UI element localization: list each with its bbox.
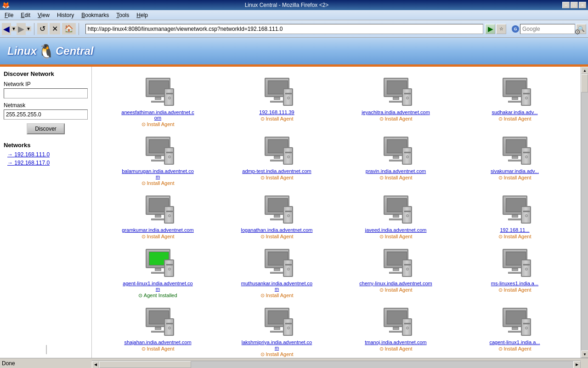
networks-section: Networks 192.168.111.0 192.168.117.0 <box>4 142 88 166</box>
node-name[interactable]: javeed.india.adventnet.com <box>365 227 427 233</box>
network-ip-input[interactable] <box>4 88 88 98</box>
scroll-thumb[interactable] <box>581 74 588 92</box>
node-name[interactable]: gramkumar.india.adventnet.com <box>122 227 194 233</box>
menu-file[interactable]: File <box>2 11 16 19</box>
search-input[interactable] <box>520 24 575 34</box>
h-scroll-thumb[interactable] <box>99 361 191 368</box>
maximize-button[interactable]: □ <box>571 2 578 8</box>
node-name[interactable]: admp-test.india.adventnet.com <box>242 168 311 174</box>
node-action[interactable]: Install Agent <box>379 346 413 352</box>
monitor-stand <box>393 268 399 271</box>
logo-text-linux: Linux <box>7 45 37 58</box>
monitor-base <box>389 272 403 274</box>
close-button[interactable]: × <box>579 2 586 8</box>
sidebar-cursor <box>46 345 47 354</box>
node-action[interactable]: Install Agent <box>141 346 175 352</box>
netmask-input[interactable] <box>4 109 88 120</box>
back-dropdown[interactable]: ▼ <box>11 26 17 31</box>
menu-history[interactable]: History <box>54 11 77 19</box>
horizontal-scrollbar[interactable]: ◀ ▶ <box>92 361 581 368</box>
node-action[interactable]: Install Agent <box>498 116 531 122</box>
node-name[interactable]: shajahan.india.adventnet.com <box>124 339 191 345</box>
menu-help[interactable]: Help <box>134 11 151 19</box>
node-action[interactable]: Install Agent <box>379 175 413 181</box>
node-name[interactable]: sivakumar.india.adv... <box>491 168 539 174</box>
network-node: pravin.india.adventnet.com Install Agent <box>337 133 454 190</box>
node-action[interactable]: Install Agent <box>379 234 413 240</box>
address-bar[interactable] <box>85 24 483 34</box>
scroll-right-button[interactable]: ▶ <box>573 361 581 368</box>
menu-bookmarks[interactable]: Bookmarks <box>79 11 112 19</box>
node-name[interactable]: loganathan.india.adventnet.com <box>241 227 313 233</box>
network-link-1[interactable]: 192.168.117.0 <box>4 160 88 166</box>
tower <box>283 318 293 336</box>
computer-icon <box>261 137 293 167</box>
node-name[interactable]: 192.168.11... <box>500 227 529 233</box>
node-name[interactable]: cherry-linux.india.adventnet.com <box>359 281 432 286</box>
go-button[interactable]: ▶ <box>485 24 495 34</box>
node-action[interactable]: Install Agent <box>498 346 531 352</box>
node-action[interactable]: Install Agent <box>260 293 294 299</box>
node-name[interactable]: cagent-linux1.india.a... <box>489 339 540 345</box>
minimize-button[interactable]: − <box>562 2 570 8</box>
network-node: balamurugan.india.adventnet.com Install … <box>99 133 216 190</box>
forward-dropdown[interactable]: ▼ <box>26 26 31 31</box>
network-node: muthusankar.india.adventnet.com Install … <box>218 245 335 302</box>
node-name[interactable]: agent-linux1.india.adventnet.com <box>121 281 195 292</box>
computer-icon <box>142 196 174 225</box>
menu-view[interactable]: View <box>35 11 52 19</box>
scroll-track[interactable] <box>581 74 588 351</box>
back-button[interactable]: ◀ <box>2 23 11 35</box>
h-scroll-track[interactable] <box>99 361 573 368</box>
monitor-base <box>270 160 284 161</box>
forward-button[interactable]: ▶ <box>17 23 26 35</box>
node-action[interactable]: Install Agent <box>260 116 294 122</box>
menu-edit[interactable]: Edit <box>18 11 33 19</box>
tower <box>402 147 412 165</box>
scroll-up-button[interactable]: ▲ <box>581 67 588 74</box>
node-action[interactable]: Install Agent <box>498 287 531 293</box>
node-action[interactable]: Install Agent <box>260 351 294 357</box>
node-action[interactable]: Install Agent <box>141 121 175 127</box>
node-action[interactable]: Install Agent <box>498 175 531 181</box>
scroll-down-button[interactable]: ▼ <box>581 351 588 358</box>
window-controls: − □ × <box>562 2 586 8</box>
node-name[interactable]: ms-linuxes1.india.a... <box>491 281 538 286</box>
tower-button <box>406 327 409 329</box>
monitor-stand <box>393 215 399 218</box>
tower-button <box>287 214 290 217</box>
reload-button[interactable]: ↺ <box>37 23 48 34</box>
node-name[interactable]: lakshmipriya.india.adventnet.com <box>240 339 314 351</box>
node-action[interactable]: Agent Installed <box>138 293 177 299</box>
tower-slot <box>404 323 411 324</box>
logo-text-central: Central <box>56 45 94 58</box>
node-name[interactable]: muthusankar.india.adventnet.com <box>240 281 314 292</box>
node-action[interactable]: Install Agent <box>260 234 294 240</box>
tower-slot <box>166 264 173 265</box>
node-name[interactable]: aneesfathiman.india.adventnet.com <box>121 109 195 121</box>
menu-tools[interactable]: Tools <box>113 11 132 19</box>
node-action[interactable]: Install Agent <box>141 180 175 186</box>
node-action[interactable]: Install Agent <box>141 234 175 240</box>
node-action[interactable]: Install Agent <box>379 116 413 122</box>
node-action[interactable]: Install Agent <box>498 234 531 240</box>
network-link-0[interactable]: 192.168.111.0 <box>4 151 88 158</box>
monitor-base <box>508 101 522 103</box>
scroll-left-button[interactable]: ◀ <box>92 361 99 368</box>
monitor-stand <box>512 215 518 218</box>
bookmark-star[interactable]: ☆ <box>496 24 506 34</box>
node-name[interactable]: jeyachitra.india.adventnet.com <box>362 109 430 115</box>
node-action[interactable]: Install Agent <box>379 287 413 293</box>
node-name[interactable]: pravin.india.adventnet.com <box>366 168 426 174</box>
discover-button[interactable]: Discover <box>27 123 65 134</box>
node-name[interactable]: sudhakar.india.adv... <box>492 109 537 115</box>
node-action[interactable]: Install Agent <box>260 175 294 181</box>
home-button[interactable]: 🏠 <box>62 23 76 34</box>
vertical-scrollbar[interactable]: ▲ ▼ <box>581 67 588 358</box>
node-name[interactable]: 192.168.111.39 <box>259 109 294 115</box>
monitor-base <box>389 331 403 333</box>
stop-button[interactable]: ✕ <box>50 23 60 34</box>
node-name[interactable]: balamurugan.india.adventnet.com <box>121 168 195 179</box>
settings-icon[interactable]: ⚙ <box>574 28 581 36</box>
node-name[interactable]: tmanoj.india.adventnet.com <box>365 339 427 345</box>
